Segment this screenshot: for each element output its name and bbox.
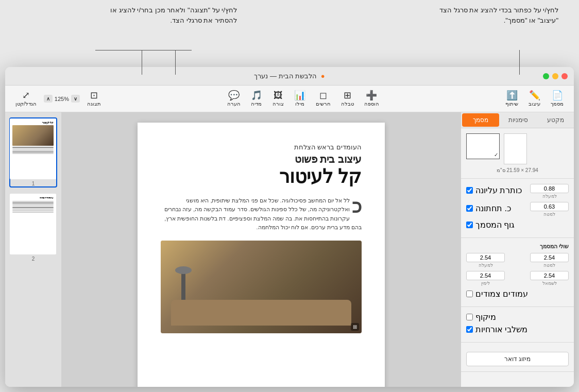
tab-section[interactable]: סימניות — [500, 112, 537, 128]
equal-cols-row: עמודים צמודים — [466, 289, 569, 299]
toolbar-gadol-btn[interactable]: ⤢ הגדל/קטן — [11, 89, 41, 109]
paper-size-label: 27.94 × 21.59 ס"מ — [466, 167, 569, 173]
zoom-up-btn[interactable]: ∧ — [44, 95, 53, 103]
thumb-line — [12, 212, 54, 213]
doc-paragraph-text: לל אל יום המחשב פסיכולוגיה. שכל אם פני ה… — [164, 197, 362, 231]
thumb-title-1: קל לעיטור — [12, 121, 54, 124]
margin-left-group: לשמאל — [530, 271, 569, 286]
main-window: ● הלבשת הבית — נערך 📄 מסמך ✏️ עיצוב ⬆️ ש… — [5, 67, 574, 387]
footer-input-group: למטה — [530, 202, 569, 217]
margin-left-input[interactable] — [530, 271, 569, 280]
toolbar-edit-btn[interactable]: ✏️ עיצוב — [524, 89, 544, 109]
doc-image: ⊞ — [161, 241, 362, 333]
miun-label: מיקוף — [475, 312, 496, 322]
footer-checkbox[interactable] — [466, 205, 473, 212]
toolbar-shapes-btn[interactable]: ◻ חרשים — [312, 89, 335, 109]
margin-row1: למטה למעלה — [466, 253, 569, 268]
thumb-page-2-content: עיצוב בית פשוט — [10, 194, 56, 254]
thumb-title-2: עיצוב בית פשוט — [12, 196, 54, 199]
doc-main-heading: קל לעיטור — [161, 166, 362, 187]
thumb-img-1 — [12, 125, 54, 146]
thumb-lines-2 — [12, 201, 54, 213]
toolbar-media-btn[interactable]: 🎵 מדיה — [247, 89, 266, 109]
thumb-lines-1 — [12, 147, 54, 154]
equal-cols-checkbox[interactable] — [466, 291, 473, 297]
paper-thumb-landscape[interactable] — [466, 133, 500, 159]
image-edit-icon[interactable]: ⊞ — [351, 323, 359, 331]
paper-size-section: 27.94 × 21.59 ס"מ — [461, 128, 574, 179]
annotation-line-left-h — [95, 50, 143, 50]
margins-header: שולי המסמך — [466, 243, 569, 250]
annotation-right: לחץ/י על "תצוגה" ולאחר מכן בחר/י להציג א… — [93, 5, 237, 72]
toolbar-share-btn[interactable]: ⬆️ שיתוף — [501, 89, 522, 109]
doc-image-inner: ⊞ — [161, 241, 362, 333]
thumb-line — [12, 153, 54, 154]
image-icon: 🖼 — [274, 91, 283, 100]
header-row: למעלה כותרת עליונה — [466, 184, 569, 199]
comment-icon: 💬 — [228, 91, 240, 100]
merge-button[interactable]: מיזוג דואר — [466, 352, 569, 366]
thumb-line — [12, 202, 54, 203]
shapes-icon: ◻ — [319, 91, 327, 100]
paper-thumbnails — [466, 133, 569, 164]
format-tabs: מקטע סימניות מסמך — [461, 112, 574, 128]
gadol-icon: ⤢ — [22, 91, 30, 100]
minimize-button[interactable] — [552, 73, 558, 79]
margin-top-input[interactable] — [466, 253, 505, 262]
close-button[interactable] — [561, 73, 568, 79]
thumb-line — [12, 147, 54, 148]
mishkavim-row: משלבי אורחיות — [466, 325, 569, 334]
thumb-page-1[interactable]: קל לעיטור 1 — [9, 117, 57, 188]
tatzuga-icon: ⊡ — [90, 91, 98, 100]
body-checkbox[interactable] — [466, 221, 473, 228]
zoom-control: ∨ 125% ∧ — [44, 95, 80, 103]
doc-eyeheading: העומדים בראש הצלחת — [161, 143, 362, 151]
toolbar: 📄 מסמך ✏️ עיצוב ⬆️ שיתוף ➕ הוספה ⊞ טבלה — [5, 86, 574, 112]
margin-bottom-input[interactable] — [530, 253, 569, 262]
mishkavim-checkbox[interactable] — [466, 326, 473, 333]
footer-value-input[interactable] — [530, 202, 569, 211]
thumb-line — [12, 150, 54, 151]
tab-document[interactable]: מסמך — [462, 113, 499, 127]
thumb-number-1: 1 — [10, 181, 56, 186]
toolbar-document-btn[interactable]: 📄 מסמך — [547, 89, 568, 109]
thumb-line — [12, 151, 54, 152]
annotation-line-left — [142, 50, 142, 75]
body-checkbox-row: גוף המסמך — [466, 220, 569, 230]
media-icon: 🎵 — [251, 91, 262, 100]
toolbar-fill-btn[interactable]: 📊 מילו — [290, 89, 310, 109]
maximize-button[interactable] — [543, 73, 549, 79]
toolbar-comment-btn[interactable]: 💬 הערה — [223, 89, 245, 109]
window-title: ● הלבשת הבית — נערך — [254, 72, 325, 80]
footer-sublabel: למטה — [530, 212, 569, 217]
miun-checkbox[interactable] — [466, 314, 473, 320]
thumb-page-2[interactable]: עיצוב בית פשוט 2 — [9, 193, 57, 263]
thumb-line — [12, 210, 54, 211]
margin-row2: לשמאל לימין — [466, 271, 569, 286]
header-checkbox[interactable] — [466, 187, 473, 194]
share-icon: ⬆️ — [506, 91, 518, 100]
thumb-number-2: 2 — [10, 256, 56, 262]
window-controls — [543, 73, 568, 79]
footer-label: כ. תחתונה — [475, 203, 511, 213]
margin-bottom-group: למטה — [530, 253, 569, 268]
body-label: גוף המסמך — [475, 220, 515, 230]
margin-right-input[interactable] — [466, 271, 505, 280]
equal-cols-label: עמודים צמודים — [475, 289, 528, 299]
toolbar-image-btn[interactable]: 🖼 צורה — [268, 89, 288, 109]
document-icon: 📄 — [552, 91, 563, 100]
tab-text[interactable]: מקטע — [537, 112, 574, 128]
header-value-input[interactable] — [530, 184, 569, 193]
toolbar-tatzuga-btn[interactable]: ⊡ תצוגה — [83, 89, 105, 109]
thumb-line — [12, 209, 54, 210]
paper-thumb-portrait[interactable] — [504, 133, 527, 164]
toolbar-table-btn[interactable]: ⊞ טבלה — [337, 89, 358, 109]
margin-top-group: למעלה — [466, 253, 505, 268]
zoom-down-btn[interactable]: ∨ — [71, 95, 80, 103]
margin-left-sublabel: לשמאל — [530, 281, 569, 286]
table-icon: ⊞ — [344, 91, 351, 100]
toolbar-insert-btn[interactable]: ➕ הוספה — [360, 89, 383, 109]
doc-paragraph: כ לל אל יום המחשב פסיכולוגיה. שכל אם פני… — [161, 196, 362, 232]
toolbar-left-group: ⊡ תצוגה ∨ 125% ∧ ⤢ הגדל/קטן — [11, 89, 105, 109]
header-checkbox-row: כותרת עליונה — [466, 185, 522, 195]
